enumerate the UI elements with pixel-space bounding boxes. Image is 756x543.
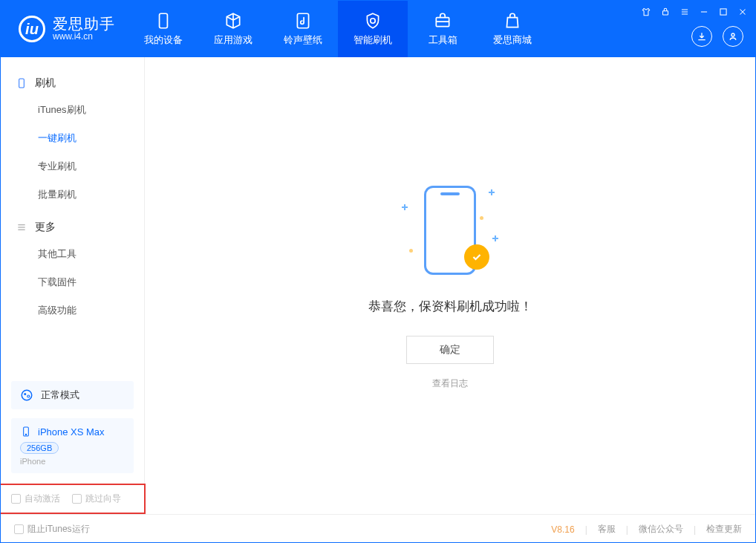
svg-rect-4 xyxy=(720,9,726,15)
toolbox-icon xyxy=(433,11,452,30)
logo-title: 爱思助手 xyxy=(53,16,115,32)
tab-label: 我的设备 xyxy=(144,33,183,47)
device-capacity: 256GB xyxy=(20,442,59,454)
sidebar-item-itunes-flash[interactable]: iTunes刷机 xyxy=(1,96,144,124)
device-card[interactable]: iPhone XS Max 256GB iPhone xyxy=(11,418,134,473)
sidebar: 刷机 iTunes刷机 一键刷机 专业刷机 批量刷机 更多 其他工具 下载固件 … xyxy=(1,57,145,514)
version-label: V8.16 xyxy=(551,524,574,535)
svg-point-11 xyxy=(25,434,26,435)
download-button[interactable] xyxy=(691,26,712,47)
sidebar-item-oneclick-flash[interactable]: 一键刷机 xyxy=(1,124,144,152)
menu-icon[interactable] xyxy=(678,5,691,19)
device-type: iPhone xyxy=(20,457,125,466)
app-header: iu 爱思助手 www.i4.cn 我的设备 应用游戏 铃声壁纸 智能刷机 工具… xyxy=(1,1,755,57)
header-tabs: 我的设备 应用游戏 铃声壁纸 智能刷机 工具箱 爱思商城 xyxy=(128,1,547,57)
phone-icon xyxy=(16,77,27,89)
window-controls xyxy=(639,5,749,19)
svg-rect-6 xyxy=(19,79,25,88)
tab-smart-flash[interactable]: 智能刷机 xyxy=(338,1,408,57)
support-link[interactable]: 客服 xyxy=(598,523,616,536)
tab-toolbox[interactable]: 工具箱 xyxy=(408,1,478,57)
success-message: 恭喜您，保资料刷机成功啦！ xyxy=(368,298,532,315)
refresh-shield-icon xyxy=(363,11,382,30)
shirt-icon[interactable] xyxy=(639,5,653,19)
minimize-icon[interactable] xyxy=(697,5,711,19)
sidebar-item-pro-flash[interactable]: 专业刷机 xyxy=(1,152,144,181)
phone-icon xyxy=(154,11,173,30)
header-actions xyxy=(691,26,743,47)
sidebar-item-download-firmware[interactable]: 下载固件 xyxy=(1,268,144,296)
bag-icon xyxy=(503,11,522,30)
tab-apps-games[interactable]: 应用游戏 xyxy=(198,1,268,57)
close-icon[interactable] xyxy=(736,5,749,19)
checkbox-auto-activate[interactable]: 自动激活 xyxy=(11,492,60,505)
ok-button[interactable]: 确定 xyxy=(406,336,494,364)
checkbox-skip-guide[interactable]: 跳过向导 xyxy=(72,492,121,505)
music-file-icon xyxy=(293,11,313,30)
user-button[interactable] xyxy=(723,26,743,47)
wechat-link[interactable]: 微信公众号 xyxy=(639,523,683,536)
tab-label: 智能刷机 xyxy=(353,33,392,47)
sidebar-item-batch-flash[interactable]: 批量刷机 xyxy=(1,181,144,209)
lock-icon[interactable] xyxy=(659,5,672,19)
device-name: iPhone XS Max xyxy=(38,426,105,438)
mode-label: 正常模式 xyxy=(41,388,79,402)
cube-icon xyxy=(224,11,243,30)
tab-my-device[interactable]: 我的设备 xyxy=(128,1,198,57)
tab-label: 爱思商城 xyxy=(493,33,532,47)
sidebar-group-flash: 刷机 xyxy=(1,71,144,96)
logo-subtitle: www.i4.cn xyxy=(53,32,115,42)
main-content: 恭喜您，保资料刷机成功啦！ 确定 查看日志 xyxy=(145,57,755,514)
check-badge-icon xyxy=(464,244,489,270)
menu-icon xyxy=(16,221,27,233)
view-log-link[interactable]: 查看日志 xyxy=(432,377,468,390)
svg-rect-3 xyxy=(663,11,668,15)
highlight-box: 自动激活 跳过向导 xyxy=(0,484,146,514)
svg-rect-0 xyxy=(160,13,168,28)
mode-card[interactable]: 正常模式 xyxy=(11,381,134,409)
svg-point-8 xyxy=(24,393,26,395)
tab-ringtones-wallpapers[interactable]: 铃声壁纸 xyxy=(268,1,338,57)
sidebar-group-more: 更多 xyxy=(1,215,144,240)
tab-label: 应用游戏 xyxy=(214,33,252,47)
tab-store[interactable]: 爱思商城 xyxy=(478,1,547,57)
tab-label: 铃声壁纸 xyxy=(284,33,322,47)
mode-icon xyxy=(20,388,33,402)
success-illustration xyxy=(402,182,498,279)
device-icon xyxy=(20,426,32,438)
maximize-icon[interactable] xyxy=(717,5,730,19)
svg-point-5 xyxy=(731,33,734,36)
sidebar-item-other-tools[interactable]: 其他工具 xyxy=(1,240,144,268)
footer: 阻止iTunes运行 V8.16 | 客服 | 微信公众号 | 检查更新 xyxy=(1,514,755,543)
check-update-link[interactable]: 检查更新 xyxy=(706,523,742,536)
tab-label: 工具箱 xyxy=(428,33,457,47)
svg-point-9 xyxy=(27,395,30,397)
svg-rect-1 xyxy=(297,13,308,28)
sidebar-item-advanced[interactable]: 高级功能 xyxy=(1,296,144,325)
svg-point-7 xyxy=(22,390,32,400)
checkbox-block-itunes[interactable]: 阻止iTunes运行 xyxy=(14,523,90,536)
logo: iu 爱思助手 www.i4.cn xyxy=(1,16,128,42)
logo-icon: iu xyxy=(19,16,45,42)
